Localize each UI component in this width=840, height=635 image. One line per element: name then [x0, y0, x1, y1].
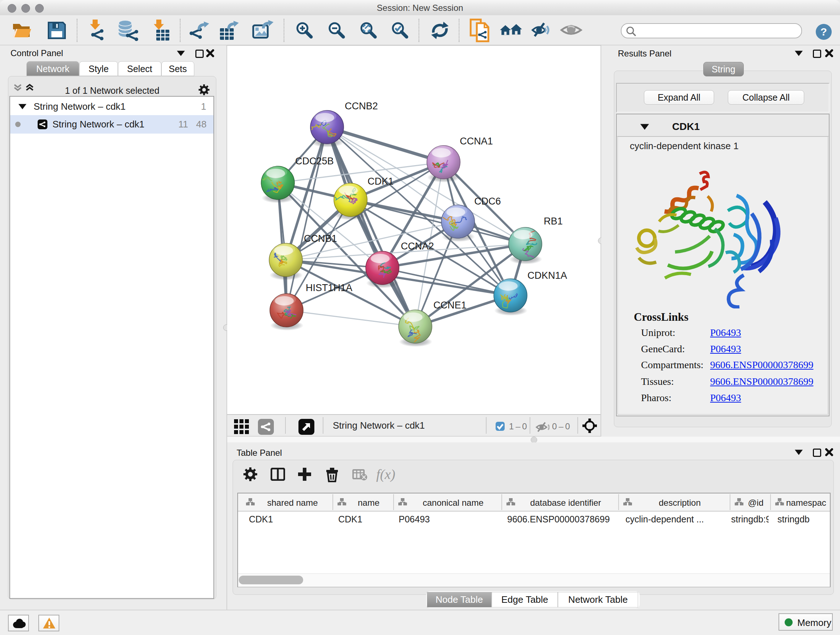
svg-text:CDK1: CDK1: [368, 176, 393, 187]
svg-text:CCNA2: CCNA2: [401, 241, 434, 252]
svg-text:HIST1H1A: HIST1H1A: [306, 282, 352, 293]
svg-text:CDC25B: CDC25B: [295, 156, 334, 166]
svg-text:CCNE1: CCNE1: [433, 300, 467, 310]
svg-text:CCNA1: CCNA1: [460, 136, 493, 147]
svg-text:RB1: RB1: [544, 216, 563, 226]
svg-text:CCNB1: CCNB1: [304, 233, 337, 244]
svg-text:CDC6: CDC6: [474, 196, 501, 207]
svg-text:CCNB2: CCNB2: [345, 101, 378, 111]
svg-text:CDKN1A: CDKN1A: [527, 270, 567, 281]
